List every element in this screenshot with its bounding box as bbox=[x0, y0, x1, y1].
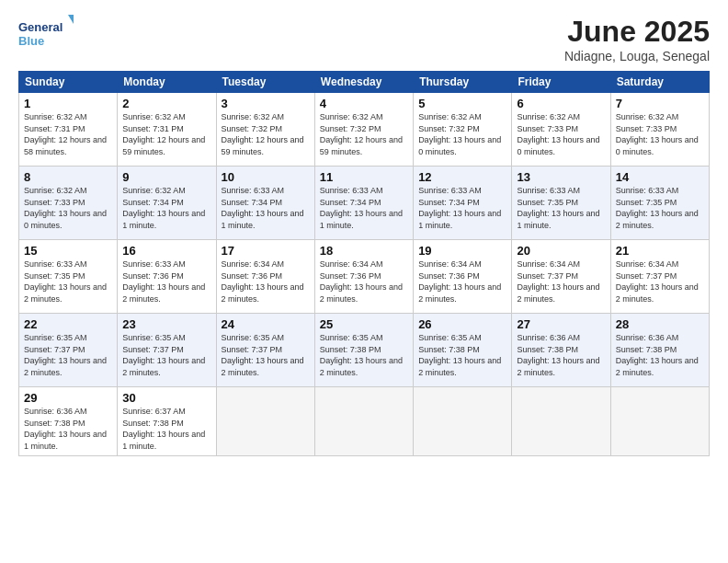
day-info: Sunrise: 6:32 AMSunset: 7:34 PMDaylight:… bbox=[122, 185, 210, 231]
day-number: 2 bbox=[122, 97, 210, 110]
day-number: 17 bbox=[222, 244, 310, 258]
day-number: 9 bbox=[122, 170, 210, 184]
logo-svg: General Blue bbox=[18, 15, 74, 50]
calendar-cell: 11 Sunrise: 6:33 AMSunset: 7:34 PMDaylig… bbox=[314, 167, 413, 240]
day-number: 7 bbox=[616, 97, 704, 110]
calendar-cell: 19 Sunrise: 6:34 AMSunset: 7:36 PMDaylig… bbox=[414, 240, 512, 314]
day-info: Sunrise: 6:34 AMSunset: 7:37 PMDaylight:… bbox=[616, 259, 704, 304]
header-saturday: Saturday bbox=[610, 72, 709, 93]
calendar-cell: 25 Sunrise: 6:35 AMSunset: 7:38 PMDaylig… bbox=[314, 314, 413, 387]
day-info: Sunrise: 6:33 AMSunset: 7:35 PMDaylight:… bbox=[517, 185, 605, 231]
day-number: 26 bbox=[418, 317, 506, 331]
day-number: 8 bbox=[24, 170, 112, 184]
header-thursday: Thursday bbox=[414, 72, 512, 93]
day-number: 5 bbox=[418, 97, 506, 110]
calendar-cell: 6 Sunrise: 6:32 AMSunset: 7:33 PMDayligh… bbox=[512, 93, 610, 167]
day-info: Sunrise: 6:33 AMSunset: 7:34 PMDaylight:… bbox=[418, 185, 506, 231]
header-tuesday: Tuesday bbox=[216, 72, 314, 93]
header-friday: Friday bbox=[512, 72, 610, 93]
calendar-cell: 3 Sunrise: 6:32 AMSunset: 7:32 PMDayligh… bbox=[216, 93, 314, 167]
calendar-cell: 16 Sunrise: 6:33 AMSunset: 7:36 PMDaylig… bbox=[118, 240, 216, 314]
calendar-cell: 20 Sunrise: 6:34 AMSunset: 7:37 PMDaylig… bbox=[512, 240, 610, 314]
day-info: Sunrise: 6:35 AMSunset: 7:37 PMDaylight:… bbox=[222, 332, 310, 378]
title-block: June 2025 Ndiagne, Louga, Senegal bbox=[564, 15, 710, 63]
calendar-cell bbox=[610, 387, 709, 456]
calendar-cell bbox=[314, 387, 413, 456]
calendar-week-1: 1 Sunrise: 6:32 AMSunset: 7:31 PMDayligh… bbox=[19, 93, 710, 167]
day-number: 27 bbox=[517, 317, 605, 331]
day-number: 18 bbox=[320, 244, 408, 258]
day-info: Sunrise: 6:33 AMSunset: 7:34 PMDaylight:… bbox=[320, 185, 408, 231]
calendar-cell: 13 Sunrise: 6:33 AMSunset: 7:35 PMDaylig… bbox=[512, 167, 610, 240]
calendar-cell: 12 Sunrise: 6:33 AMSunset: 7:34 PMDaylig… bbox=[414, 167, 512, 240]
calendar-cell: 26 Sunrise: 6:35 AMSunset: 7:38 PMDaylig… bbox=[414, 314, 512, 387]
calendar-cell: 28 Sunrise: 6:36 AMSunset: 7:38 PMDaylig… bbox=[610, 314, 709, 387]
calendar-header-row: Sunday Monday Tuesday Wednesday Thursday… bbox=[19, 72, 710, 93]
day-info: Sunrise: 6:33 AMSunset: 7:35 PMDaylight:… bbox=[24, 259, 112, 304]
day-number: 23 bbox=[122, 317, 210, 331]
calendar-week-3: 15 Sunrise: 6:33 AMSunset: 7:35 PMDaylig… bbox=[19, 240, 710, 314]
header-wednesday: Wednesday bbox=[314, 72, 413, 93]
calendar-cell: 4 Sunrise: 6:32 AMSunset: 7:32 PMDayligh… bbox=[314, 93, 413, 167]
svg-marker-2 bbox=[68, 15, 74, 24]
day-number: 1 bbox=[24, 97, 112, 110]
calendar-cell: 2 Sunrise: 6:32 AMSunset: 7:31 PMDayligh… bbox=[118, 93, 216, 167]
day-number: 20 bbox=[517, 244, 605, 258]
day-number: 15 bbox=[24, 244, 112, 258]
calendar-cell: 17 Sunrise: 6:34 AMSunset: 7:36 PMDaylig… bbox=[216, 240, 314, 314]
calendar-week-2: 8 Sunrise: 6:32 AMSunset: 7:33 PMDayligh… bbox=[19, 167, 710, 240]
day-number: 10 bbox=[222, 170, 310, 184]
calendar-cell bbox=[414, 387, 512, 456]
day-info: Sunrise: 6:32 AMSunset: 7:33 PMDaylight:… bbox=[616, 111, 704, 157]
page: General Blue June 2025 Ndiagne, Louga, S… bbox=[0, 0, 728, 563]
day-number: 4 bbox=[320, 97, 408, 110]
day-info: Sunrise: 6:34 AMSunset: 7:36 PMDaylight:… bbox=[418, 259, 506, 304]
day-info: Sunrise: 6:33 AMSunset: 7:36 PMDaylight:… bbox=[122, 259, 210, 304]
calendar-cell: 29 Sunrise: 6:36 AMSunset: 7:38 PMDaylig… bbox=[19, 387, 118, 456]
day-number: 6 bbox=[517, 97, 605, 110]
day-info: Sunrise: 6:32 AMSunset: 7:32 PMDaylight:… bbox=[320, 111, 408, 157]
day-info: Sunrise: 6:33 AMSunset: 7:35 PMDaylight:… bbox=[616, 185, 704, 231]
day-number: 3 bbox=[222, 97, 310, 110]
day-number: 19 bbox=[418, 244, 506, 258]
day-info: Sunrise: 6:35 AMSunset: 7:38 PMDaylight:… bbox=[418, 332, 506, 378]
day-info: Sunrise: 6:34 AMSunset: 7:36 PMDaylight:… bbox=[320, 259, 408, 304]
day-number: 16 bbox=[122, 244, 210, 258]
day-info: Sunrise: 6:32 AMSunset: 7:32 PMDaylight:… bbox=[418, 111, 506, 157]
calendar-cell: 30 Sunrise: 6:37 AMSunset: 7:38 PMDaylig… bbox=[118, 387, 216, 456]
day-number: 13 bbox=[517, 170, 605, 184]
day-info: Sunrise: 6:36 AMSunset: 7:38 PMDaylight:… bbox=[616, 332, 704, 378]
day-number: 21 bbox=[616, 244, 704, 258]
day-number: 22 bbox=[24, 317, 112, 331]
day-info: Sunrise: 6:37 AMSunset: 7:38 PMDaylight:… bbox=[122, 406, 210, 452]
day-number: 12 bbox=[418, 170, 506, 184]
calendar-cell bbox=[216, 387, 314, 456]
day-info: Sunrise: 6:34 AMSunset: 7:36 PMDaylight:… bbox=[222, 259, 310, 304]
day-number: 30 bbox=[122, 391, 210, 405]
header-monday: Monday bbox=[118, 72, 216, 93]
day-number: 25 bbox=[320, 317, 408, 331]
calendar-cell: 27 Sunrise: 6:36 AMSunset: 7:38 PMDaylig… bbox=[512, 314, 610, 387]
day-info: Sunrise: 6:32 AMSunset: 7:33 PMDaylight:… bbox=[517, 111, 605, 157]
day-info: Sunrise: 6:32 AMSunset: 7:31 PMDaylight:… bbox=[24, 111, 112, 157]
calendar: Sunday Monday Tuesday Wednesday Thursday… bbox=[18, 71, 710, 456]
calendar-cell: 15 Sunrise: 6:33 AMSunset: 7:35 PMDaylig… bbox=[19, 240, 118, 314]
calendar-week-5: 29 Sunrise: 6:36 AMSunset: 7:38 PMDaylig… bbox=[19, 387, 710, 456]
day-info: Sunrise: 6:32 AMSunset: 7:32 PMDaylight:… bbox=[222, 111, 310, 157]
calendar-cell: 14 Sunrise: 6:33 AMSunset: 7:35 PMDaylig… bbox=[610, 167, 709, 240]
calendar-cell: 9 Sunrise: 6:32 AMSunset: 7:34 PMDayligh… bbox=[118, 167, 216, 240]
header: General Blue June 2025 Ndiagne, Louga, S… bbox=[18, 15, 710, 63]
day-info: Sunrise: 6:33 AMSunset: 7:34 PMDaylight:… bbox=[222, 185, 310, 231]
header-sunday: Sunday bbox=[19, 72, 118, 93]
calendar-cell: 7 Sunrise: 6:32 AMSunset: 7:33 PMDayligh… bbox=[610, 93, 709, 167]
day-info: Sunrise: 6:36 AMSunset: 7:38 PMDaylight:… bbox=[517, 332, 605, 378]
day-info: Sunrise: 6:36 AMSunset: 7:38 PMDaylight:… bbox=[24, 406, 112, 452]
calendar-cell bbox=[512, 387, 610, 456]
location: Ndiagne, Louga, Senegal bbox=[564, 49, 710, 63]
calendar-cell: 23 Sunrise: 6:35 AMSunset: 7:37 PMDaylig… bbox=[118, 314, 216, 387]
svg-text:Blue: Blue bbox=[18, 34, 44, 48]
day-info: Sunrise: 6:32 AMSunset: 7:33 PMDaylight:… bbox=[24, 185, 112, 231]
day-number: 11 bbox=[320, 170, 408, 184]
calendar-cell: 18 Sunrise: 6:34 AMSunset: 7:36 PMDaylig… bbox=[314, 240, 413, 314]
day-number: 28 bbox=[616, 317, 704, 331]
